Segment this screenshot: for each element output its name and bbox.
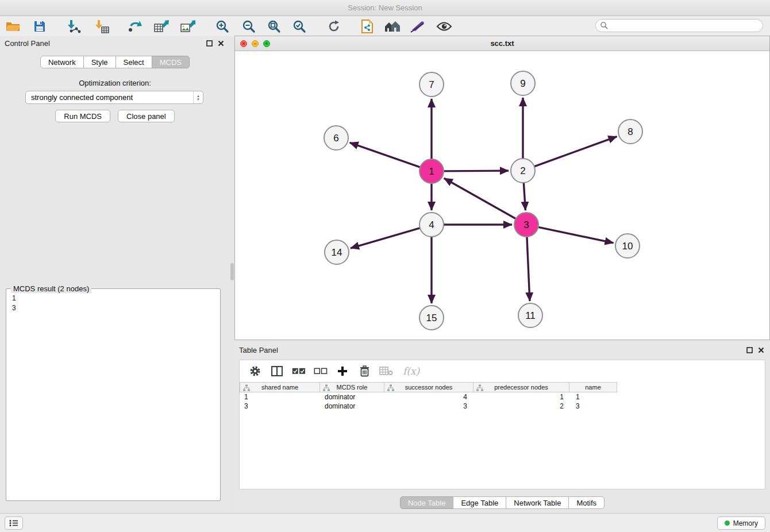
graph-edge-2-3[interactable]	[523, 182, 525, 210]
graph-node-8[interactable]: 8	[618, 119, 642, 144]
show-columns-icon[interactable]	[268, 363, 286, 380]
graph-node-15[interactable]: 15	[419, 306, 444, 330]
graph-node-7[interactable]: 7	[419, 72, 444, 97]
cell-mcds-role[interactable]: dominator	[320, 402, 385, 410]
network-canvas[interactable]: 7968124314101511	[235, 51, 769, 340]
deselect-all-columns-icon[interactable]	[312, 363, 329, 380]
graph-edge-3-1[interactable]	[444, 178, 517, 219]
zoom-out-icon[interactable]	[240, 18, 257, 35]
table-row[interactable]: 1 dominator 4 1 1	[240, 392, 765, 402]
graph-node-14[interactable]: 14	[325, 240, 349, 264]
optimization-criterion-select[interactable]: strongly connected component ▲▼	[25, 91, 203, 104]
graph-edge-2-8[interactable]	[534, 137, 617, 167]
cell-name[interactable]: 3	[571, 402, 619, 410]
svg-text:7: 7	[429, 79, 434, 90]
cell-shared-name[interactable]: 1	[240, 393, 320, 401]
graph-node-11[interactable]: 11	[518, 303, 542, 327]
control-panel-buttons: Run MCDS Close panel	[0, 110, 230, 122]
column-label: MCDS role	[337, 384, 368, 391]
export-network-icon[interactable]	[126, 18, 144, 35]
cell-predecessor-nodes[interactable]: 2	[475, 402, 571, 410]
close-panel-button[interactable]: Close panel	[118, 110, 175, 122]
network-graph[interactable]: 7968124314101511	[235, 51, 769, 340]
zoom-in-icon[interactable]	[214, 18, 231, 35]
save-session-icon[interactable]	[31, 18, 48, 35]
network-window-titlebar: × − + scc.txt	[235, 36, 769, 51]
tab-network[interactable]: Network	[40, 56, 84, 68]
task-history-button[interactable]	[5, 516, 23, 530]
float-panel-icon[interactable]	[205, 38, 214, 48]
zoom-selected-icon[interactable]	[291, 18, 308, 35]
tab-network-table[interactable]: Network Table	[506, 496, 569, 509]
search-field-wrap	[595, 19, 763, 32]
svg-text:10: 10	[622, 241, 633, 252]
import-network-icon[interactable]	[66, 18, 83, 35]
column-tree-icon	[243, 384, 250, 392]
vertical-splitter-handle[interactable]	[230, 263, 234, 280]
mcds-result-content[interactable]: 1 3	[6, 289, 220, 318]
delete-column-icon[interactable]	[356, 363, 373, 380]
graph-edge-4-14[interactable]	[351, 228, 421, 248]
minimize-window-icon[interactable]: −	[252, 40, 259, 47]
memory-button[interactable]: Memory	[717, 516, 765, 530]
memory-status-icon	[725, 521, 730, 526]
open-folder-icon[interactable]	[5, 18, 22, 35]
graph-node-1[interactable]: 1	[419, 159, 444, 183]
graph-edge-3-10[interactable]	[538, 227, 614, 243]
column-header-predecessor-nodes[interactable]: predecessor nodes	[473, 382, 569, 392]
graph-node-4[interactable]: 4	[419, 213, 444, 237]
import-table-icon[interactable]	[93, 18, 110, 35]
show-hide-eye-icon[interactable]	[436, 18, 453, 35]
cell-successor-nodes[interactable]: 3	[385, 402, 475, 410]
table-panel: Table Panel	[234, 342, 770, 511]
table-settings-gear-icon[interactable]	[247, 363, 264, 380]
select-all-columns-icon[interactable]	[290, 363, 307, 380]
close-table-panel-icon[interactable]	[756, 345, 765, 354]
svg-text:14: 14	[332, 247, 342, 258]
tab-select[interactable]: Select	[116, 56, 152, 68]
cell-name[interactable]: 1	[571, 393, 619, 401]
zoom-window-icon[interactable]: +	[263, 40, 270, 47]
refresh-icon[interactable]	[325, 18, 342, 35]
cell-mcds-role[interactable]: dominator	[320, 393, 385, 401]
cell-predecessor-nodes[interactable]: 1	[475, 393, 571, 401]
float-table-panel-icon[interactable]	[745, 345, 754, 354]
graph-node-10[interactable]: 10	[615, 234, 640, 258]
search-input[interactable]	[595, 19, 763, 32]
column-header-mcds-role[interactable]: MCDS role	[319, 382, 384, 392]
column-header-shared-name[interactable]: shared name	[240, 382, 320, 392]
zoom-fit-icon[interactable]	[265, 18, 283, 35]
graph-node-2[interactable]: 2	[511, 159, 535, 183]
column-header-successor-nodes[interactable]: successor nodes	[384, 382, 473, 392]
add-column-icon[interactable]	[334, 363, 351, 380]
run-mcds-button[interactable]: Run MCDS	[55, 110, 110, 122]
graph-node-3[interactable]: 3	[514, 213, 538, 237]
graph-edge-1-6[interactable]	[350, 142, 421, 167]
table-panel-header: Table Panel	[234, 342, 770, 357]
table-row[interactable]: 3 dominator 3 2 3	[240, 402, 765, 411]
close-window-icon[interactable]: ×	[240, 40, 247, 47]
style-filter-icon[interactable]	[409, 18, 426, 35]
table-header-row: shared name MCDS role successor nodes pr…	[240, 382, 765, 392]
tab-node-table[interactable]: Node Table	[400, 496, 454, 509]
graph-node-6[interactable]: 6	[324, 126, 348, 150]
graph-node-9[interactable]: 9	[511, 71, 535, 95]
tab-motifs[interactable]: Motifs	[568, 496, 605, 509]
svg-text:15: 15	[426, 313, 437, 323]
new-network-from-selection-icon[interactable]	[359, 18, 376, 35]
cell-shared-name[interactable]: 3	[240, 402, 320, 410]
cell-successor-nodes[interactable]: 4	[385, 393, 475, 401]
status-bar: Memory	[0, 513, 770, 532]
tab-style[interactable]: Style	[83, 56, 116, 68]
graph-edge-3-11[interactable]	[527, 236, 530, 301]
column-header-name[interactable]: name	[569, 382, 617, 392]
export-table-icon[interactable]	[153, 18, 170, 35]
tab-mcds[interactable]: MCDS	[152, 56, 190, 68]
tab-edge-table[interactable]: Edge Table	[453, 496, 506, 509]
export-image-icon[interactable]	[179, 18, 197, 35]
application-window: Session: New Session	[0, 0, 770, 532]
network-overview-houses-icon[interactable]	[384, 18, 401, 35]
column-label: shared name	[261, 384, 298, 391]
close-panel-icon[interactable]	[216, 38, 225, 48]
graph-edge-1-2[interactable]	[443, 171, 509, 171]
